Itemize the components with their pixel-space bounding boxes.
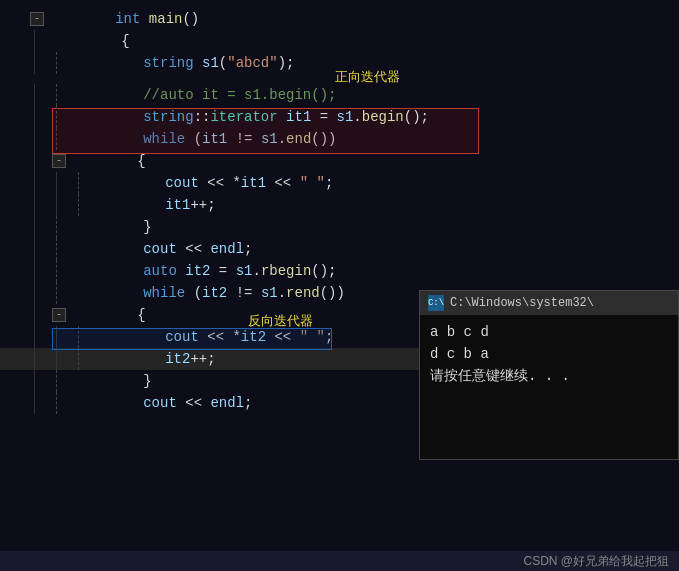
indent-19	[34, 392, 52, 414]
indent-11	[34, 216, 52, 238]
code-editor: - int main() { string s1("abcd");	[0, 0, 679, 571]
indent-18b	[56, 370, 74, 392]
code-6: string::iterator it1 = s1.begin();	[74, 93, 679, 141]
indent-3	[34, 52, 52, 74]
indent-7	[34, 128, 52, 150]
indent-12	[34, 238, 52, 260]
indent-14	[34, 282, 52, 304]
indent-13	[34, 260, 52, 282]
terminal-title: C:\Windows\system32\	[450, 296, 594, 310]
indent-9c	[78, 172, 96, 194]
collapse-btn-15[interactable]: -	[52, 308, 66, 322]
terminal-icon: C:\	[428, 295, 444, 311]
terminal-body: a b c d d c b a 请按任意键继续. . .	[420, 315, 678, 393]
terminal-titlebar: C:\ C:\Windows\system32\	[420, 291, 678, 315]
watermark-text: CSDN @好兄弟给我起把狙	[523, 553, 669, 570]
indent-3b	[56, 52, 74, 74]
code-area: - int main() { string s1("abcd");	[0, 0, 679, 551]
collapse-btn-1[interactable]: -	[30, 12, 44, 26]
indent-10b	[56, 194, 74, 216]
indent-9b	[56, 172, 74, 194]
indent-15	[34, 304, 52, 326]
indent-16c	[78, 326, 96, 348]
indent-18	[34, 370, 52, 392]
terminal-window: C:\ C:\Windows\system32\ a b c d d c b a…	[419, 290, 679, 460]
terminal-line-1: a b c d	[430, 321, 668, 343]
indent-6	[34, 106, 52, 128]
indent-10	[34, 194, 52, 216]
bottom-bar: CSDN @好兄弟给我起把狙	[0, 551, 679, 571]
indent-5b	[56, 84, 74, 106]
line-13: auto it2 = s1.rbegin();	[0, 260, 679, 282]
indent-6b	[56, 106, 74, 128]
indent-16	[34, 326, 52, 348]
indent-2	[34, 30, 52, 52]
code-13: auto it2 = s1.rbegin();	[74, 247, 679, 295]
indent-9	[34, 172, 52, 194]
indent-8	[34, 150, 52, 172]
indent-19b	[56, 392, 74, 414]
indent-16b	[56, 326, 74, 348]
indent-17	[34, 348, 52, 370]
terminal-line-3: 请按任意键继续. . .	[430, 365, 668, 387]
terminal-line-2: d c b a	[430, 343, 668, 365]
indent-11b	[56, 216, 74, 238]
indent-13b	[56, 260, 74, 282]
indent-12b	[56, 238, 74, 260]
collapse-btn-8[interactable]: -	[52, 154, 66, 168]
indent-5	[34, 84, 52, 106]
indent-17b	[56, 348, 74, 370]
line-6: string::iterator it1 = s1.begin();	[0, 106, 679, 128]
